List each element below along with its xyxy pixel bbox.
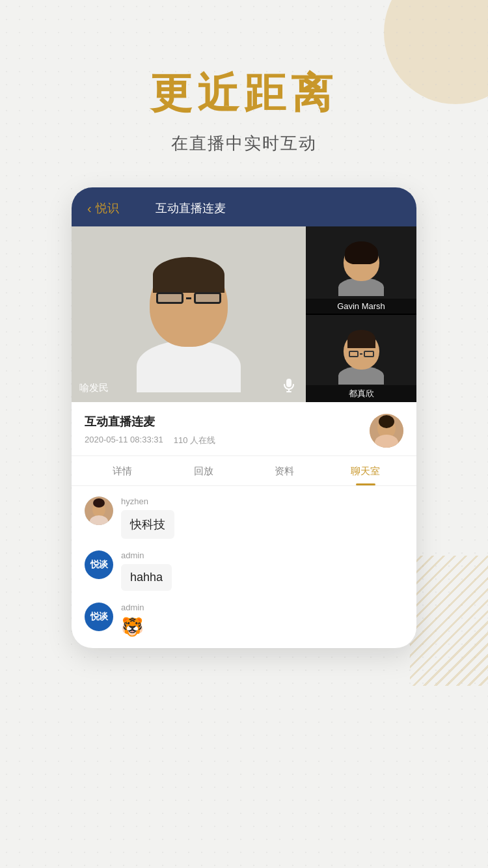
panel2-glasses-bridge <box>360 353 362 355</box>
tab-materials-label: 资料 <box>275 465 294 476</box>
main-speaker-name: 喻发民 <box>79 382 109 394</box>
main-video-panel: 喻发民 <box>72 226 306 402</box>
chat-body-3: admin 🐯 <box>121 603 403 638</box>
glasses-right <box>194 292 221 304</box>
main-speaker-illustration <box>137 262 241 392</box>
panel2-video: 都真欣 <box>306 315 416 402</box>
svg-point-9 <box>93 498 105 508</box>
panel2-hair <box>347 330 375 348</box>
tabs-bar: 详情 回放 资料 聊天室 <box>72 456 416 486</box>
info-meta: 2020-05-11 08:33:31 110 人在线 <box>85 435 370 446</box>
panel2-glasses-left <box>349 351 359 357</box>
panel2-name: 都真欣 <box>349 388 374 398</box>
chat-avatar-3: 悦谈 <box>85 603 113 631</box>
panel1-label: Gavin Marsh <box>306 299 416 314</box>
host-avatar <box>370 414 403 448</box>
svg-rect-0 <box>286 379 291 387</box>
tab-materials[interactable]: 资料 <box>244 456 325 485</box>
hero-subtitle: 在直播中实时互动 <box>171 132 317 155</box>
admin-logo-text-3: 悦谈 <box>90 611 107 623</box>
panel1-head <box>344 244 379 281</box>
chat-avatar-2: 悦谈 <box>85 550 113 579</box>
tab-replay[interactable]: 回放 <box>163 456 245 485</box>
stream-title: 互动直播连麦 <box>85 414 370 429</box>
chat-message-2: 悦谈 admin hahha <box>85 550 403 591</box>
glasses-left <box>156 292 183 304</box>
panel1-hair <box>345 241 378 264</box>
info-section: 互动直播连麦 2020-05-11 08:33:31 110 人在线 <box>72 402 416 456</box>
chat-username-1: hyzhen <box>121 496 403 506</box>
chat-body-2: admin hahha <box>121 550 403 591</box>
chat-username-2: admin <box>121 550 403 560</box>
tab-chat[interactable]: 聊天室 <box>325 456 407 485</box>
back-label: 悦识 <box>96 200 119 216</box>
mic-icon <box>280 376 298 394</box>
panel1-name: Gavin Marsh <box>337 301 385 311</box>
stream-date: 2020-05-11 08:33:31 <box>85 435 163 446</box>
tab-details[interactable]: 详情 <box>82 456 163 485</box>
app-header: ‹ 悦识 互动直播连麦 <box>72 187 416 226</box>
panel2-head <box>344 332 379 370</box>
back-button[interactable]: ‹ 悦识 <box>87 200 119 216</box>
chat-bubble-2: hahha <box>121 564 172 591</box>
chat-username-3: admin <box>121 603 403 612</box>
panel2-glasses <box>349 351 374 357</box>
page-content: 更近距离 在直播中实时互动 ‹ 悦识 互动直播连麦 <box>0 0 488 648</box>
panel2-face <box>338 332 384 385</box>
chat-message-3: 悦谈 admin 🐯 <box>85 603 403 638</box>
chat-emoji-3: 🐯 <box>121 616 403 638</box>
face-glasses <box>156 292 221 305</box>
video-grid: 喻发民 <box>72 226 416 402</box>
chat-avatar-1 <box>85 496 113 525</box>
tab-chat-label: 聊天室 <box>351 465 380 476</box>
chat-message-1: hyzhen 快科技 <box>85 496 403 539</box>
chat-section: hyzhen 快科技 悦谈 admin hahha 悦谈 <box>72 486 416 648</box>
tab-replay-label: 回放 <box>194 465 213 476</box>
face-hair <box>153 257 224 293</box>
chat-bubble-1: 快科技 <box>121 510 174 539</box>
side-video-panels: Gavin Marsh <box>306 226 416 402</box>
panel2-label: 都真欣 <box>306 385 416 402</box>
panel1-face <box>338 244 384 296</box>
info-left: 互动直播连麦 2020-05-11 08:33:31 110 人在线 <box>85 414 370 446</box>
face-head <box>150 262 228 347</box>
svg-point-5 <box>379 415 394 428</box>
stream-viewers: 110 人在线 <box>174 435 215 446</box>
hero-title: 更近距离 <box>150 65 338 122</box>
admin-logo-text: 悦谈 <box>90 559 107 571</box>
main-speaker-video <box>72 226 306 402</box>
tab-details-label: 详情 <box>113 465 132 476</box>
chat-body-1: hyzhen 快科技 <box>121 496 403 539</box>
glasses-bridge <box>186 297 191 299</box>
panel1-video: Gavin Marsh <box>306 226 416 314</box>
header-title: 互动直播连麦 <box>156 200 226 216</box>
phone-card: ‹ 悦识 互动直播连麦 <box>72 187 416 648</box>
back-icon: ‹ <box>87 201 92 216</box>
face-body <box>137 340 241 392</box>
panel2-glasses-right <box>364 351 374 357</box>
